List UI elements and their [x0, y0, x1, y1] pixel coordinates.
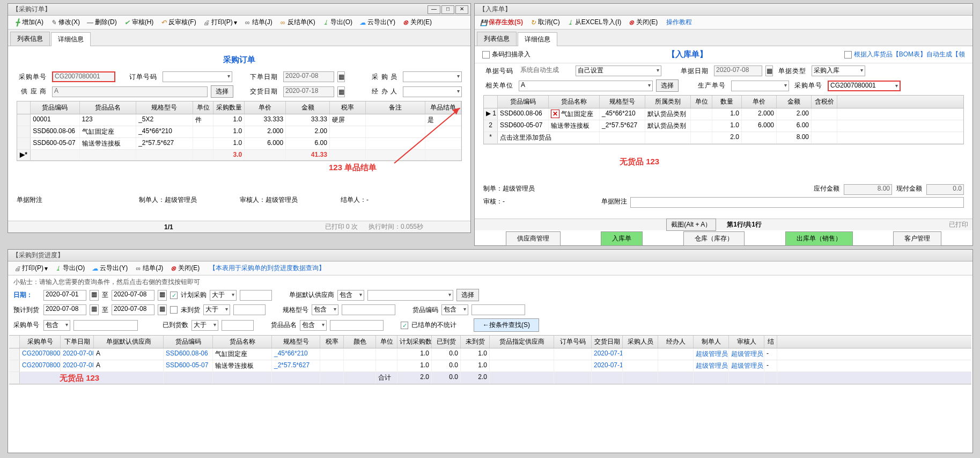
bom-checkbox[interactable]	[844, 51, 852, 59]
name-value-input[interactable]	[330, 320, 384, 331]
in-po-no-select[interactable]: CG2007080001	[828, 81, 901, 91]
relate-select[interactable]: A	[519, 81, 653, 91]
bom-link[interactable]: 根据入库货品【BOM表】自动生成【领	[854, 50, 965, 59]
prog-print-button[interactable]: 打印(P)▾	[11, 263, 50, 274]
supplier-select-button[interactable]: 选择	[211, 85, 233, 98]
plan-checkbox[interactable]	[170, 292, 178, 299]
table-row[interactable]: 2SSD600-05-07输送带连接板_2*57.5*627默认货品类别1.06…	[484, 120, 963, 132]
cancel-button[interactable]: 取消(C)	[527, 17, 562, 28]
prog-cloud-button[interactable]: 云导出(Y)	[89, 263, 130, 274]
delete-button[interactable]: 删除(D)	[84, 17, 119, 28]
add-button[interactable]: 增加(A)	[11, 17, 46, 28]
sup-op-select[interactable]: 包含	[337, 290, 364, 301]
close-in-button[interactable]: 关闭(E)	[625, 17, 660, 28]
undeliv-op[interactable]: 大于	[203, 304, 230, 315]
table-row[interactable]: SSD600-05-07输送带连接板_2*57.5*6271.06.0006.0…	[17, 138, 461, 150]
big-btn-stock[interactable]: 仓库（库存）	[683, 231, 745, 246]
undeliv-checkbox[interactable]	[170, 306, 178, 314]
prog-close-button[interactable]: 关闭(E)	[167, 263, 202, 274]
prog-settle-button[interactable]: 结单(J)	[132, 263, 165, 274]
code-op[interactable]: 包含	[441, 304, 468, 315]
big-btn-out[interactable]: 出库单（销售）	[785, 231, 853, 246]
spec-op[interactable]: 包含	[312, 304, 338, 315]
table-row[interactable]: ▶ 1SSD600.08-06✕气缸固定座_45*66*210默认货品类别1.0…	[484, 108, 963, 120]
col-header: 货品指定供应商	[490, 336, 554, 348]
scan-checkbox[interactable]	[482, 51, 490, 59]
close-icon	[628, 19, 635, 26]
screenshot-button[interactable]: 截图(Alt + A）	[666, 219, 716, 231]
tab-list[interactable]: 列表信息	[10, 32, 50, 46]
sup-value-select[interactable]	[367, 290, 453, 301]
relate-select-button[interactable]: 选择	[656, 79, 679, 92]
sup-select-button[interactable]: 选择	[456, 289, 479, 301]
cal-icon[interactable]: ▦	[90, 290, 99, 301]
prog-export-button[interactable]: 导出(O)	[52, 263, 87, 274]
cloud-export-button[interactable]: 云导出(Y)	[357, 17, 397, 28]
delivery-date-input[interactable]: 2020-07-18	[283, 86, 334, 97]
tab-detail-in[interactable]: 详细信息	[518, 32, 557, 46]
close-button[interactable]: ✕	[455, 5, 468, 14]
order-no-select[interactable]	[163, 71, 232, 82]
min-button[interactable]: —	[428, 5, 440, 14]
code-value-input[interactable]	[471, 304, 525, 315]
prod-no-select[interactable]	[731, 81, 789, 91]
add-row[interactable]: *点击这里添加货品2.08.00	[484, 132, 963, 144]
delete-row-icon[interactable]: ✕	[551, 110, 559, 118]
edit-button[interactable]: 修改(X)	[48, 17, 82, 28]
buyer-select[interactable]	[403, 71, 462, 82]
big-btn-supplier[interactable]: 供应商管理	[506, 231, 561, 246]
tab-detail[interactable]: 详细信息	[51, 32, 91, 46]
date-picker-icon[interactable]: ▦	[337, 71, 345, 82]
close-tool-button[interactable]: 关闭(E)	[400, 17, 434, 28]
untie-icon	[279, 19, 286, 26]
est-to-input[interactable]: 2020-07-08	[112, 304, 154, 315]
audit-button[interactable]: 审核(H)	[121, 17, 156, 28]
order-date-input[interactable]: 2020-07-08	[283, 71, 334, 82]
date-picker-icon[interactable]: ▦	[765, 66, 773, 76]
in-date-input[interactable]: 2020-07-08	[714, 66, 762, 76]
cal-icon[interactable]: ▦	[158, 304, 167, 315]
received-op[interactable]: 大于	[191, 320, 218, 331]
spec-value-input[interactable]	[342, 304, 395, 315]
po-window-title: 【采购订单】	[10, 5, 428, 14]
cal-icon[interactable]: ▦	[90, 304, 99, 315]
date-to-input[interactable]: 2020-07-08	[112, 290, 154, 301]
name-op[interactable]: 包含	[300, 320, 327, 331]
max-button[interactable]: □	[441, 5, 454, 14]
col-header: 未到货	[461, 336, 490, 348]
est-from-input[interactable]: 2020-07-08	[43, 304, 86, 315]
exclude-checkbox[interactable]	[401, 322, 408, 329]
big-btn-customer[interactable]: 客户管理	[893, 231, 941, 246]
unaudit-button[interactable]: 反审核(F)	[158, 17, 198, 28]
date-from-input[interactable]: 2020-07-01	[43, 290, 86, 301]
save-button[interactable]: 保存生效(S)	[478, 17, 525, 28]
date-picker-icon[interactable]: ▦	[337, 86, 345, 97]
undeliv-value-input[interactable]	[233, 304, 266, 315]
self-set-select[interactable]: 自己设置	[576, 66, 661, 76]
tab-list-in[interactable]: 列表信息	[477, 32, 517, 46]
in-note-input[interactable]	[630, 197, 964, 208]
in-type-select[interactable]: 采购入库	[812, 66, 865, 76]
handler-select[interactable]	[403, 86, 462, 97]
pono-value-input[interactable]	[73, 320, 138, 331]
table-row[interactable]: 00001123_5X2件1.033.33333.33硬屏是	[17, 114, 461, 126]
big-btn-in[interactable]: 入库单	[601, 231, 643, 246]
pono-op[interactable]: 包含	[43, 320, 70, 331]
print-button[interactable]: 打印(P)▾	[201, 17, 239, 28]
col-header: 订单号码	[554, 336, 592, 348]
po-grid: 货品编码货品品名规格型号单位采购数量单价金额税率备注单品结单 00001123_…	[17, 101, 462, 161]
export-button[interactable]: 导出(O)	[320, 17, 355, 28]
plan-op-select[interactable]: 大于	[210, 290, 237, 301]
guide-link[interactable]: 操作教程	[666, 18, 692, 27]
cal-icon[interactable]: ▦	[158, 290, 167, 301]
table-row[interactable]: CG20070800012020-07-08ASSD600-05-07输送带连接…	[9, 360, 971, 372]
plan-value-input[interactable]	[240, 290, 272, 301]
search-button[interactable]: ←按条件查找(S)	[474, 318, 539, 332]
unsettle-button[interactable]: 反结单(K)	[277, 17, 318, 28]
received-value-input[interactable]	[222, 320, 254, 331]
import-button[interactable]: 从EXCEL导入(I)	[564, 17, 624, 28]
table-row[interactable]: SSD600.08-06气缸固定座_45*66*2101.02.0002.00	[17, 126, 461, 138]
paid-label: 现付金额	[896, 184, 922, 195]
settle-button[interactable]: 结单(J)	[241, 17, 275, 28]
table-row[interactable]: CG20070800012020-07-08ASSD600.08-06气缸固定座…	[9, 348, 971, 360]
